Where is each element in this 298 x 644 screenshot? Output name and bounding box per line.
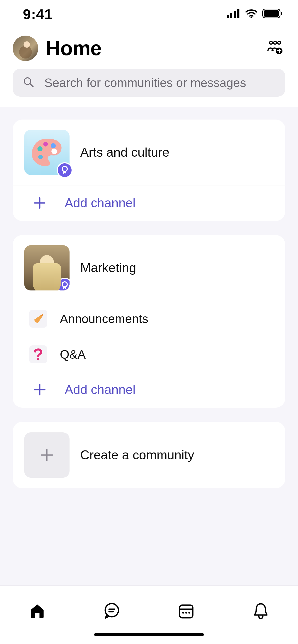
create-community-label: Create a community bbox=[80, 448, 194, 462]
svg-point-20 bbox=[62, 282, 67, 287]
add-channel-button[interactable]: Add channel bbox=[13, 372, 285, 408]
search-placeholder: Search for communities or messages bbox=[44, 76, 246, 90]
add-channel-label: Add channel bbox=[65, 382, 136, 397]
svg-point-22 bbox=[105, 604, 118, 617]
calendar-icon bbox=[178, 602, 195, 620]
create-community-card[interactable]: Create a community bbox=[13, 422, 285, 488]
community-name: Marketing bbox=[80, 260, 136, 275]
svg-rect-0 bbox=[227, 15, 229, 18]
svg-point-16 bbox=[51, 143, 56, 148]
tab-calendar[interactable] bbox=[171, 596, 201, 626]
community-name: Arts and culture bbox=[80, 145, 169, 160]
home-indicator bbox=[94, 633, 204, 636]
community-avatar bbox=[24, 245, 70, 290]
svg-point-14 bbox=[37, 146, 43, 151]
community-list: Arts and culture Add channel Marketing bbox=[0, 107, 298, 586]
cellular-icon bbox=[227, 9, 240, 19]
add-channel-button[interactable]: Add channel bbox=[13, 185, 285, 221]
svg-point-4 bbox=[251, 17, 252, 18]
svg-rect-1 bbox=[230, 13, 232, 18]
community-card: Arts and culture Add channel bbox=[13, 120, 285, 221]
svg-rect-2 bbox=[234, 11, 236, 18]
plus-icon bbox=[33, 383, 47, 397]
community-card: Marketing Announcements Q&A Add channel bbox=[13, 235, 285, 408]
channel-item[interactable]: Q&A bbox=[13, 336, 285, 372]
page-title: Home bbox=[46, 37, 257, 60]
status-time: 9:41 bbox=[23, 6, 52, 22]
svg-line-13 bbox=[30, 84, 33, 87]
avatar[interactable] bbox=[13, 36, 38, 61]
header: Home bbox=[0, 28, 298, 69]
palette-icon bbox=[30, 137, 63, 168]
question-icon bbox=[29, 345, 47, 363]
channel-name: Q&A bbox=[60, 347, 86, 361]
search-input[interactable]: Search for communities or messages bbox=[13, 69, 285, 97]
channel-item[interactable]: Announcements bbox=[13, 301, 285, 336]
svg-point-28 bbox=[185, 612, 187, 614]
status-bar: 9:41 bbox=[0, 0, 298, 28]
svg-rect-7 bbox=[281, 12, 282, 15]
tab-activity[interactable] bbox=[246, 596, 276, 626]
add-channel-label: Add channel bbox=[65, 196, 136, 210]
community-header-marketing[interactable]: Marketing bbox=[13, 235, 285, 301]
svg-point-15 bbox=[43, 142, 48, 147]
svg-point-27 bbox=[182, 612, 184, 614]
community-header-arts[interactable]: Arts and culture bbox=[13, 120, 285, 185]
svg-point-8 bbox=[270, 41, 273, 44]
plus-icon bbox=[33, 196, 47, 210]
tab-home[interactable] bbox=[22, 596, 52, 626]
svg-rect-25 bbox=[180, 605, 193, 618]
status-indicators bbox=[227, 9, 283, 19]
create-community-button[interactable] bbox=[265, 38, 285, 58]
owner-badge-icon bbox=[57, 162, 73, 178]
svg-point-19 bbox=[62, 166, 67, 171]
bell-icon bbox=[253, 602, 269, 621]
plus-tile-icon bbox=[24, 432, 70, 478]
search-icon bbox=[23, 77, 34, 89]
svg-point-29 bbox=[188, 612, 190, 614]
battery-icon bbox=[262, 9, 283, 19]
tab-chat[interactable] bbox=[97, 596, 127, 626]
people-add-icon bbox=[267, 41, 283, 56]
owner-badge-icon bbox=[57, 278, 70, 290]
chat-icon bbox=[103, 602, 121, 621]
community-avatar bbox=[24, 130, 70, 175]
svg-rect-6 bbox=[264, 10, 279, 17]
wifi-icon bbox=[245, 9, 258, 19]
home-icon bbox=[28, 602, 46, 621]
megaphone-icon bbox=[29, 310, 47, 328]
svg-point-10 bbox=[278, 41, 281, 44]
svg-point-9 bbox=[274, 41, 277, 44]
svg-point-18 bbox=[51, 149, 57, 154]
svg-rect-3 bbox=[237, 9, 239, 18]
svg-point-21 bbox=[37, 358, 39, 360]
svg-point-17 bbox=[38, 155, 43, 159]
channel-name: Announcements bbox=[60, 312, 148, 326]
